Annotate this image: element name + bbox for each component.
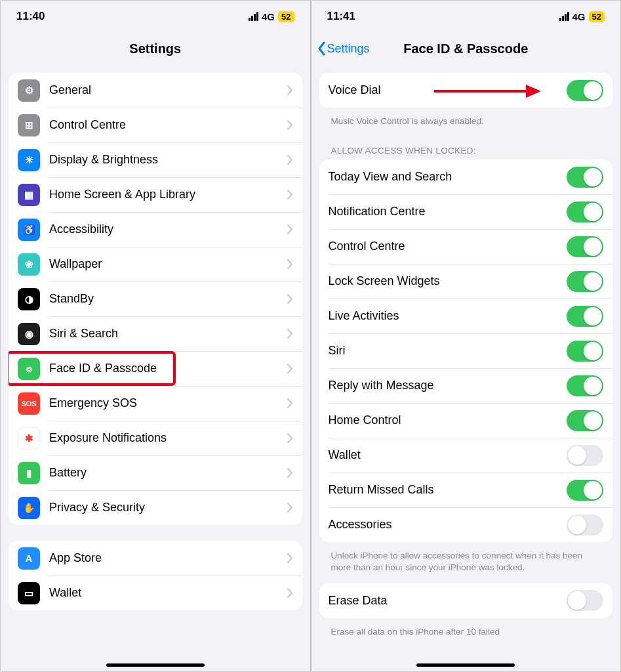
allow-row-notification-centre[interactable]: Notification Centre	[319, 194, 613, 229]
signal-icon	[249, 12, 258, 21]
battery-badge: 52	[589, 11, 605, 22]
page-title: Face ID & Passcode	[403, 41, 528, 56]
allow-access-header: ALLOW ACCESS WHEN LOCKED:	[319, 136, 613, 159]
row-label: Control Centre	[49, 118, 287, 132]
nav-bar: Settings Face ID & Passcode	[311, 32, 621, 65]
allow-row-home-control[interactable]: Home Control	[319, 403, 613, 438]
voice-dial-toggle[interactable]	[567, 80, 603, 101]
voice-dial-row[interactable]: Voice Dial	[319, 73, 613, 108]
settings-row-privacy[interactable]: ✋Privacy & Security	[9, 490, 302, 525]
allow-row-wallet[interactable]: Wallet	[319, 438, 613, 472]
chevron-right-icon	[287, 259, 293, 269]
accessories-footer: Unlock iPhone to allow accessories to co…	[319, 546, 613, 583]
toggle-notification-centre[interactable]	[567, 201, 603, 222]
row-label: Display & Brightness	[49, 153, 287, 167]
wallet-icon: ▭	[18, 582, 40, 604]
toggle-reply-message[interactable]	[567, 375, 603, 396]
settings-row-faceid[interactable]: ⌾Face ID & Passcode	[9, 351, 302, 386]
settings-row-display[interactable]: ☀Display & Brightness	[9, 142, 302, 177]
chevron-right-icon	[287, 190, 293, 200]
settings-row-exposure[interactable]: ✱Exposure Notifications	[9, 421, 302, 455]
settings-row-wallet[interactable]: ▭Wallet	[9, 576, 302, 610]
settings-group: AApp Store▭Wallet	[9, 541, 302, 610]
row-label: Accessories	[329, 518, 567, 532]
row-label: Control Centre	[329, 240, 567, 253]
row-label: Wallet	[49, 586, 287, 600]
row-label: Accessibility	[49, 222, 287, 236]
toggle-lock-widgets[interactable]	[567, 271, 603, 292]
row-label: General	[49, 83, 287, 97]
nav-bar: Settings	[1, 32, 310, 65]
toggle-return-missed[interactable]	[567, 480, 603, 501]
row-label: Face ID & Passcode	[49, 362, 287, 375]
settings-row-general[interactable]: ⚙General	[9, 73, 302, 108]
toggle-accessories[interactable]	[567, 514, 603, 536]
erase-data-group: Erase Data	[319, 583, 613, 618]
row-label: App Store	[49, 551, 287, 565]
row-label: Emergency SOS	[49, 396, 287, 410]
chevron-right-icon	[287, 329, 293, 339]
chevron-right-icon	[287, 398, 293, 408]
settings-row-sos[interactable]: SOSEmergency SOS	[9, 386, 302, 421]
allow-row-reply-message[interactable]: Reply with Message	[319, 368, 613, 403]
erase-data-label: Erase Data	[329, 594, 567, 608]
faceid-icon: ⌾	[18, 358, 40, 380]
grid-icon: ▦	[18, 184, 40, 206]
faceid-content[interactable]: Voice Dial Music Voice Control is always…	[311, 65, 621, 671]
erase-data-row[interactable]: Erase Data	[319, 583, 613, 618]
settings-row-standby[interactable]: ◑StandBy	[9, 282, 302, 316]
settings-list[interactable]: ⚙General⊞Control Centre☀Display & Bright…	[1, 65, 310, 671]
siri-icon: ◉	[18, 323, 40, 345]
toggle-control-centre[interactable]	[567, 236, 603, 257]
row-label: StandBy	[49, 292, 287, 306]
allow-row-control-centre[interactable]: Control Centre	[319, 229, 613, 264]
person-icon: ♿	[18, 219, 40, 241]
back-button[interactable]: Settings	[317, 32, 370, 65]
allow-row-accessories[interactable]: Accessories	[319, 507, 613, 542]
toggle-siri[interactable]	[567, 341, 603, 362]
settings-row-wallpaper[interactable]: ❀Wallpaper	[9, 247, 302, 282]
voice-dial-footer: Music Voice Control is always enabled.	[319, 112, 613, 136]
clock-icon: ◑	[18, 288, 40, 310]
status-time: 11:41	[327, 10, 355, 23]
settings-row-control-centre[interactable]: ⊞Control Centre	[9, 108, 302, 142]
allow-row-return-missed[interactable]: Return Missed Calls	[319, 472, 613, 507]
chevron-left-icon	[317, 41, 326, 56]
toggle-live-activities[interactable]	[567, 306, 603, 327]
row-label: Home Screen & App Library	[49, 188, 287, 201]
page-title: Settings	[129, 41, 181, 56]
status-bar: 11:40 4G 52	[1, 1, 310, 32]
home-indicator[interactable]	[416, 663, 515, 667]
settings-row-appstore[interactable]: AApp Store	[9, 541, 302, 576]
toggle-wallet[interactable]	[567, 445, 603, 466]
row-label: Wallet	[329, 448, 567, 462]
row-label: Live Activities	[329, 309, 567, 323]
allow-row-lock-widgets[interactable]: Lock Screen Widgets	[319, 264, 613, 299]
hand-icon: ✋	[18, 497, 40, 519]
row-label: Today View and Search	[329, 170, 567, 184]
network-label: 4G	[572, 11, 586, 22]
home-indicator[interactable]	[106, 663, 205, 667]
sun-icon: ☀	[18, 149, 40, 171]
chevron-right-icon	[287, 468, 293, 478]
allow-row-today-view[interactable]: Today View and Search	[319, 159, 613, 194]
settings-screen: 11:40 4G 52 Settings ⚙General⊞Control Ce…	[1, 1, 310, 671]
row-label: Siri & Search	[49, 327, 287, 341]
status-right: 4G 52	[559, 11, 605, 22]
settings-row-home-screen[interactable]: ▦Home Screen & App Library	[9, 177, 302, 212]
settings-row-battery[interactable]: ▮Battery	[9, 455, 302, 490]
allow-row-live-activities[interactable]: Live Activities	[319, 299, 613, 333]
status-right: 4G 52	[249, 11, 294, 22]
status-time: 11:40	[16, 10, 45, 23]
chevron-right-icon	[287, 85, 293, 95]
row-label: Wallpaper	[49, 257, 287, 271]
faceid-passcode-screen: 11:41 4G 52 Settings Face ID & Passcode …	[310, 1, 621, 671]
back-label: Settings	[327, 42, 370, 56]
allow-row-siri[interactable]: Siri	[319, 333, 613, 368]
row-label: Notification Centre	[329, 205, 567, 219]
settings-row-siri[interactable]: ◉Siri & Search	[9, 316, 302, 351]
erase-data-toggle[interactable]	[567, 590, 603, 611]
toggle-today-view[interactable]	[567, 167, 603, 188]
settings-row-accessibility[interactable]: ♿Accessibility	[9, 212, 302, 247]
toggle-home-control[interactable]	[567, 410, 603, 431]
